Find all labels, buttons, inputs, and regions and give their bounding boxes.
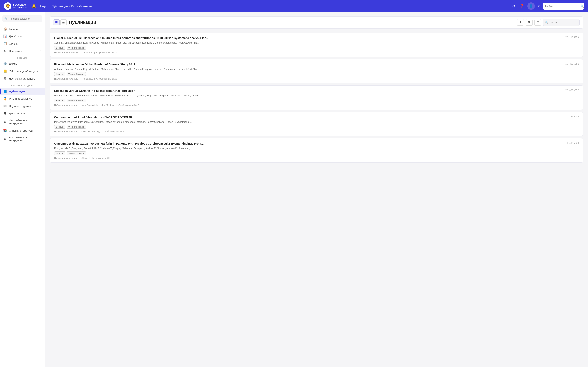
view-table-button[interactable]: ⊞ — [61, 19, 67, 25]
help-button[interactable]: ❓ — [519, 3, 525, 9]
sidebar-item-dashboards[interactable]: 📊 Дашборды — [0, 33, 45, 40]
sidebar-item-accounting-label: Учёт расходов/доходов — [9, 70, 38, 73]
breadcrumb-all-publications[interactable]: Все публикации — [71, 4, 93, 8]
tag-wos[interactable]: Web of Science — [67, 151, 86, 155]
publication-tags: Scopus Web of Science — [54, 125, 579, 129]
global-search-input[interactable] — [545, 5, 579, 8]
tag-scopus[interactable]: Scopus — [54, 46, 65, 50]
list-view-icon: ☰ — [55, 21, 58, 24]
sort-button[interactable]: ⇅ — [526, 19, 533, 26]
publication-tags: Scopus Web of Science — [54, 72, 579, 76]
sidebar-search-icon: 🔍 — [4, 17, 8, 20]
tag-wos[interactable]: Web of Science — [67, 72, 86, 76]
breadcrumb-nauka[interactable]: Наука — [40, 4, 48, 8]
sidebar-search: 🔍 — [2, 16, 42, 22]
sidebar-item-lit-lists[interactable]: 📚 Списки литературы — [0, 127, 45, 134]
sidebar-item-reports-label: Отчеты — [9, 42, 18, 45]
main-content: ☰ ⊞ Публикации ⬇ ⇅ ▽ 🔍 — [45, 12, 588, 367]
publication-item: ID c01525a Five insights from the Global… — [50, 59, 583, 83]
sidebar-item-home[interactable]: 🏠 Главная — [0, 25, 45, 33]
export-button[interactable]: ⬇ — [517, 19, 524, 26]
sci-tool-settings2-icon: ⚙ — [3, 137, 7, 141]
sidebar-item-publications-label: Публикации — [9, 90, 25, 93]
sidebar-item-sci-tool-settings2-label: Настройки науч. инструмент — [9, 136, 42, 142]
chevron-down-icon: ▾ — [538, 4, 540, 8]
profile-chevron-button[interactable]: ▾ — [537, 3, 541, 9]
sidebar-item-publications[interactable]: 📘 Публикации — [0, 88, 45, 95]
publications-list: ID 1d05059 Global burden of 369 diseases… — [50, 33, 583, 165]
filters-icon-button[interactable]: ⚙ — [511, 3, 516, 9]
publication-title[interactable]: Global burden of 369 diseases and injuri… — [54, 36, 579, 40]
sidebar-item-journals[interactable]: 📰 Научные издания — [0, 102, 45, 110]
sidebar-item-rid[interactable]: 🏅 РИД и объекты ИС — [0, 95, 45, 102]
sidebar-item-settings[interactable]: ⚙ Настройки ▾ — [0, 47, 45, 55]
help-icon: ❓ — [520, 4, 524, 8]
pub-meta-sep2: | — [116, 104, 117, 106]
publication-item: ID 874baaa Cardioversion of Atrial Fibri… — [50, 112, 583, 136]
sidebar-item-accounting[interactable]: 📒 Учёт расходов/доходов — [0, 67, 45, 75]
content-search-input[interactable] — [550, 21, 584, 24]
sort-icon: ⇅ — [528, 21, 530, 24]
avatar-icon: 👤 — [529, 4, 533, 8]
tag-scopus[interactable]: Scopus — [54, 125, 65, 129]
pub-year: Опубликовано 2020 — [96, 77, 117, 80]
publication-item: ID e39aa2d Outcomes With Edoxaban Versus… — [50, 138, 583, 163]
export-icon: ⬇ — [519, 21, 522, 24]
search-icon: 🔍 — [581, 4, 584, 8]
tag-scopus[interactable]: Scopus — [54, 151, 65, 155]
table-view-icon: ⊞ — [62, 21, 65, 24]
bell-icon: 🔔 — [32, 4, 36, 8]
publication-authors: Abbafati, Cristiana;Abbas, Kaja M.;Abbas… — [54, 68, 579, 71]
tag-wos[interactable]: Web of Science — [67, 125, 86, 129]
sidebar-item-reports[interactable]: 📋 Отчеты — [0, 40, 45, 47]
pub-meta-sep1: | — [79, 130, 80, 133]
sidebar-item-sci-tool-settings[interactable]: ⚙ Настройки науч. инструмент — [0, 117, 45, 127]
top-navigation: 🦁 SECHENOV UNIVERSITY 🔔 Наука › Публикац… — [0, 0, 588, 12]
filter-button[interactable]: ▽ — [534, 19, 541, 26]
pub-journal: New England Journal of Medicine — [81, 104, 115, 106]
publication-tags: Scopus Web of Science — [54, 46, 579, 50]
sidebar-item-estimates-label: Сметы — [9, 62, 17, 66]
pub-journal: The Lancet — [81, 51, 93, 54]
bell-button[interactable]: 🔔 — [31, 3, 37, 9]
publication-authors: Abbafati, Cristiana;Abbas, Kaja M.;Abbas… — [54, 42, 579, 44]
publication-title[interactable]: Edoxaban versus Warfarin in Patients wit… — [54, 89, 579, 93]
logo-icon: 🦁 — [4, 2, 11, 10]
publication-authors: Giugliano, Robert P.;Ruff, Christian T.;… — [54, 94, 579, 97]
tag-scopus[interactable]: Scopus — [54, 72, 65, 76]
pub-journal: Stroke — [81, 157, 88, 159]
sidebar-item-dissertations-label: Диссертации — [9, 112, 25, 115]
pub-type: Публикация в журнале — [54, 104, 78, 106]
sidebar-item-journals-label: Научные издания — [9, 105, 31, 108]
tag-wos[interactable]: Web of Science — [67, 99, 86, 102]
pub-type: Публикация в журнале — [54, 77, 78, 80]
tag-wos[interactable]: Web of Science — [67, 46, 86, 50]
sidebar-item-sci-tool-settings2[interactable]: ⚙ Настройки науч. инструмент — [0, 134, 45, 144]
publication-title[interactable]: Outcomes With Edoxaban Versus Warfarin i… — [54, 142, 579, 146]
publication-meta: Публикация в журнале | New England Journ… — [54, 104, 579, 106]
logo-line1: SECHENOV — [13, 3, 27, 6]
sidebar-item-sci-tool-settings-label: Настройки науч. инструмент — [9, 119, 42, 125]
sidebar-item-finance-settings[interactable]: ⚙ Настройки финансов — [0, 75, 45, 82]
avatar[interactable]: 👤 — [527, 2, 535, 10]
tag-scopus[interactable]: Scopus — [54, 99, 65, 102]
pub-meta-sep2: | — [89, 157, 90, 159]
publication-title[interactable]: Cardioversion of Atrial Fibrillation in … — [54, 115, 579, 119]
global-search: 🔍 — [543, 3, 584, 9]
pub-type: Публикация в журнале — [54, 157, 78, 159]
sidebar-item-finance-settings-label: Настройки финансов — [9, 77, 35, 80]
sidebar-search-input[interactable] — [9, 17, 40, 20]
rid-icon: 🏅 — [3, 97, 7, 100]
view-list-button[interactable]: ☰ — [53, 19, 60, 25]
pub-meta-sep1: | — [79, 77, 80, 80]
sidebar-item-settings-label: Настройки — [9, 50, 22, 53]
sidebar-item-estimates[interactable]: 🏦 Сметы — [0, 60, 45, 67]
sidebar-item-dissertations[interactable]: 🎓 Диссертации — [0, 110, 45, 117]
publication-title[interactable]: Five insights from the Global Burden of … — [54, 63, 579, 67]
dashboard-icon: 📊 — [3, 34, 7, 38]
breadcrumb-publications[interactable]: Публикации — [52, 4, 68, 8]
logo[interactable]: 🦁 SECHENOV UNIVERSITY — [4, 2, 27, 10]
home-icon: 🏠 — [3, 27, 7, 31]
page-header: ☰ ⊞ Публикации ⬇ ⇅ ▽ 🔍 — [50, 16, 583, 29]
sidebar-section-science: НАУЧНЫЕ МОДУЛИ — [0, 82, 45, 88]
